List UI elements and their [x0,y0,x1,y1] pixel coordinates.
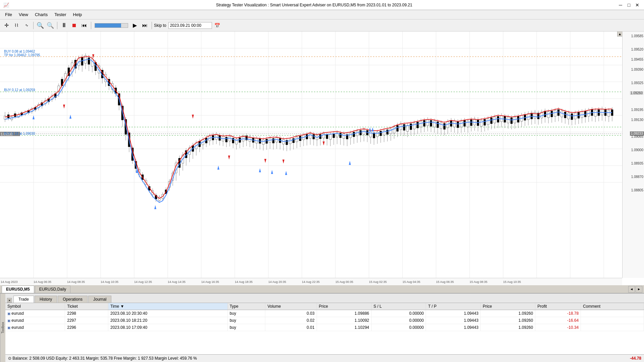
balance-row: ⊙ Balance: 2 508.09 USD Equity: 2 463.31… [5,354,644,362]
svg-rect-371 [571,114,573,120]
price-label: 1.08935 [631,162,643,165]
pause-button[interactable]: ⏸ [59,21,69,30]
price-label: 1.09455 [631,58,643,61]
svg-rect-167 [229,136,231,141]
cell-tp: 1.09443 [426,324,481,331]
menu-view[interactable]: View [15,11,32,18]
stop-button[interactable]: ⏹ [69,21,79,30]
time-label: 14 Aug 14:35 [168,280,185,284]
svg-rect-303 [457,122,459,128]
svg-rect-357 [547,112,549,118]
col-sl[interactable]: S / L [371,303,426,310]
tab-history[interactable]: History [35,296,57,303]
chart-area[interactable]: 1.09233 BUY 0.08 at 1.09462 TP for 1.094… [0,32,644,285]
period-separator-button[interactable]: ∿ [22,21,31,30]
cell-profit: -10.34 [535,324,581,331]
svg-rect-189 [266,139,268,143]
tab-eurusd-m5[interactable]: EURUSD,M5 [2,286,34,293]
datetime-input[interactable] [168,22,212,29]
svg-rect-251 [370,132,372,137]
svg-marker-399 [154,205,156,209]
zoom-out-button[interactable]: 🔍 [46,21,55,30]
col-ticket[interactable]: Ticket [65,303,108,310]
separator-3 [91,22,91,29]
crosshair-button[interactable]: ✛ [2,21,11,30]
svg-rect-235 [343,134,345,138]
toolbar: ✛ ⌇⌇ ∿ 🔍 🔍 ⏸ ⏹ ⏮ ▶ ⏭ Skip to 📅 [0,19,644,32]
col-volume[interactable]: Volume [265,303,317,310]
bottom-tabs-bar: ✕ Trade History Operations Journal [5,294,644,303]
cell-comment [581,317,644,324]
close-button[interactable]: ✕ [634,2,641,8]
buy-label-2: BUY 0.12 at 1.09259 [4,88,35,92]
tab-eurusd-daily[interactable]: EURUSD,Daily [35,286,71,293]
col-close-price[interactable]: Price [481,303,535,310]
cell-symbol: ▣ eurusd [5,310,65,317]
svg-rect-359 [551,111,553,117]
tab-operations[interactable]: Operations [58,296,88,303]
svg-marker-396 [33,115,35,119]
panel-close-button[interactable]: ✕ [7,298,12,303]
svg-rect-393 [608,110,610,116]
price-label: 1.09390 [631,68,643,71]
svg-rect-327 [497,116,499,122]
toolbox-side-label[interactable]: Toolbox [0,294,5,362]
col-tp[interactable]: T / P [426,303,481,310]
svg-rect-243 [356,131,358,136]
svg-rect-311 [470,120,472,126]
chart-scroll-up[interactable]: ▲ [617,32,622,37]
col-symbol[interactable]: Symbol [5,303,65,310]
svg-rect-307 [464,120,466,126]
table-row: ▣ eurusd 2298 2023.08.10 20:30:40 buy 0.… [5,310,644,317]
back-button[interactable]: ⏮ [79,21,89,30]
svg-marker-401 [259,168,261,172]
zoom-in-button[interactable]: 🔍 [36,21,45,30]
minimize-button[interactable]: ─ [617,2,624,8]
svg-rect-265 [393,127,395,133]
chart-tabs: EURUSD,M5 EURUSD,Daily ◄ ► [0,285,644,293]
col-type[interactable]: Type [227,303,265,310]
cell-volume: 0.01 [265,324,317,331]
cell-time: 2023.08.10 20:30:40 [108,310,228,317]
maximize-button[interactable]: □ [626,2,632,8]
tab-trade[interactable]: Trade [13,296,34,303]
svg-rect-33 [4,116,6,119]
tab-journal[interactable]: Journal [88,296,111,303]
svg-rect-335 [511,118,513,124]
col-price[interactable]: Price [317,303,371,310]
col-profit[interactable]: Profit [535,303,581,310]
svg-rect-281 [420,121,422,127]
indicators-button[interactable]: ⌇⌇ [12,21,21,30]
trade-table[interactable]: Symbol Ticket Time ▼ Type Volume Price S… [5,303,644,354]
cell-comment [581,324,644,331]
chart-tab-next[interactable]: ► [636,286,642,293]
balance-profit: -44.78 [630,356,641,361]
time-label: 15 Aug 02:35 [369,280,387,284]
svg-marker-408 [92,54,94,58]
svg-marker-402 [271,170,273,174]
col-time[interactable]: Time ▼ [108,303,228,310]
menu-charts[interactable]: Charts [32,11,51,18]
forward-button[interactable]: ▶ [130,21,140,30]
svg-rect-301 [453,121,455,127]
menu-help[interactable]: Help [70,11,86,18]
separator-1 [33,22,34,29]
calendar-button[interactable]: 📅 [213,21,222,30]
cell-type: buy [227,317,265,324]
svg-rect-213 [306,134,308,139]
menu-file[interactable]: File [2,11,15,18]
bottom-panel: Toolbox ✕ Trade History Operations Journ… [0,293,644,362]
col-comment[interactable]: Comment [581,303,644,310]
price-label: 1.09130 [631,118,643,122]
progress-bar [95,23,128,28]
fast-forward-button[interactable]: ⏭ [140,21,150,30]
time-label: 14 Aug 10:35 [101,280,118,284]
skip-to-label: Skip to [154,23,166,28]
cell-type: buy [227,310,265,317]
chart-tab-prev[interactable]: ◄ [628,286,635,293]
menu-tester[interactable]: Tester [51,11,69,18]
svg-marker-400 [217,166,219,170]
cell-tp: 1.09443 [426,310,481,317]
svg-rect-333 [507,117,509,123]
cell-type: buy [227,324,265,331]
